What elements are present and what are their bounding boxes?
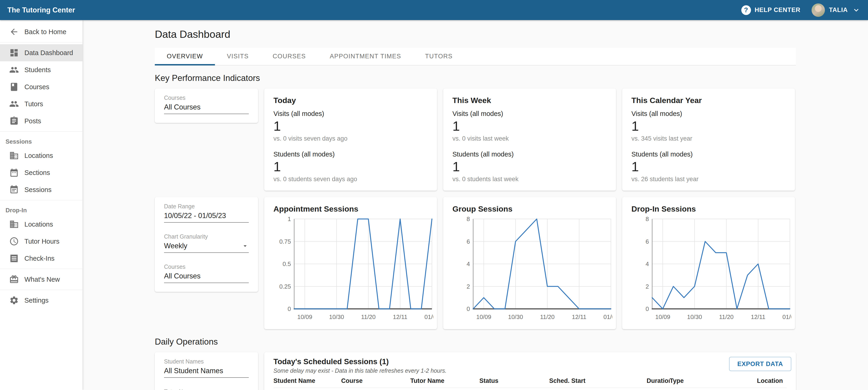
kpi-metric-students-all-modes: Students (all modes)1vs. 0 students last… (453, 151, 607, 183)
tab-courses[interactable]: COURSES (261, 48, 318, 65)
filter-label: Student Names (164, 358, 249, 365)
kpi-card-title: Today (273, 96, 428, 105)
group-sessions-chart: 0246810/0910/3011/2012/1101/01 (453, 216, 612, 322)
filter-student-names[interactable]: Student NamesAll Student Names (164, 358, 249, 378)
gear-icon (9, 296, 19, 305)
svg-text:1: 1 (288, 216, 291, 222)
svg-text:11/20: 11/20 (719, 313, 734, 320)
filter-courses[interactable]: CoursesAll Courses (164, 264, 249, 283)
sidebar-item-sessions[interactable]: Sessions (0, 181, 83, 198)
main-content: Data Dashboard OVERVIEWVISITSCOURSESAPPO… (83, 20, 868, 390)
kpi-metric-visits-all-modes: Visits (all modes)1vs. 0 visits seven da… (273, 110, 428, 142)
svg-text:10/09: 10/09 (655, 313, 670, 320)
calendar-note-icon (9, 185, 19, 194)
chevron-down-icon (852, 6, 861, 14)
group-sessions-card: Group Sessions0246810/0910/3011/2012/110… (443, 197, 616, 329)
sidebar-item-tutor-hours[interactable]: Tutor Hours (0, 233, 83, 250)
appointment-sessions-chart: 00.250.50.75110/0910/3011/2012/1101/01 (273, 216, 433, 322)
sidebar-item-label: Back to Home (24, 28, 66, 36)
metric-value: 1 (453, 119, 607, 133)
metric-value: 1 (631, 160, 786, 173)
arrow-drop-down-icon (241, 242, 249, 250)
tab-overview[interactable]: OVERVIEW (155, 48, 215, 65)
tab-bar: OVERVIEWVISITSCOURSESAPPOINTMENT TIMESTU… (155, 48, 796, 65)
charts-filter-card: Date Range10/05/22 - 01/05/23Chart Granu… (155, 197, 258, 292)
svg-text:0: 0 (288, 305, 291, 312)
column-header-type: Type (670, 376, 757, 388)
sidebar-item-sections[interactable]: Sections (0, 164, 83, 181)
svg-text:0.25: 0.25 (279, 283, 291, 290)
svg-text:11/20: 11/20 (361, 313, 375, 320)
svg-text:11/20: 11/20 (540, 313, 555, 320)
filter-value-text: All Courses (164, 272, 200, 280)
metric-label: Students (all modes) (273, 151, 428, 158)
clock-icon (9, 237, 19, 246)
cell-type: 1-on-1 (670, 388, 757, 390)
sidebar-item-locations[interactable]: Locations (0, 147, 83, 164)
filter-value-text: Weekly (164, 242, 187, 250)
sidebar-item-back-to-home[interactable]: Back to Home (0, 23, 83, 40)
column-header-student-name: Student Name (273, 376, 341, 388)
metric-value: 1 (453, 160, 607, 173)
calendar-icon (9, 168, 19, 178)
cell-tutor-name: Talia Koenigsberg (410, 388, 479, 390)
filter-chart-granularity[interactable]: Chart GranularityWeekly (164, 233, 249, 253)
filter-value-text: 10/05/22 - 01/05/23 (164, 212, 226, 220)
svg-text:10/09: 10/09 (476, 313, 491, 320)
sessions-table-title: Today's Scheduled Sessions (1) (273, 357, 787, 366)
tab-tutors[interactable]: TUTORS (413, 48, 465, 65)
page-title: Data Dashboard (155, 28, 796, 40)
daily-heading: Daily Operations (155, 337, 796, 347)
kpi-card-this-week: This WeekVisits (all modes)1vs. 0 visits… (443, 89, 616, 191)
svg-text:8: 8 (467, 216, 470, 222)
metric-label: Students (all modes) (631, 151, 786, 158)
sidebar: Back to HomeData DashboardStudentsCourse… (0, 20, 83, 390)
user-name: TALIA (829, 6, 848, 13)
sidebar-item-tutors[interactable]: Tutors (0, 95, 83, 113)
tab-visits[interactable]: VISITS (215, 48, 261, 65)
sidebar-item-posts[interactable]: Posts (0, 113, 83, 129)
sidebar-item-students[interactable]: Students (0, 61, 83, 78)
filter-tutor-names[interactable]: Tutor NamesAll Tutor Names (164, 388, 249, 390)
tab-label: APPOINTMENT TIMES (330, 53, 401, 60)
sidebar-item-settings[interactable]: Settings (0, 292, 83, 309)
help-center-label: HELP CENTER (755, 6, 801, 13)
svg-text:01/01: 01/01 (603, 313, 612, 320)
sidebar-item-data-dashboard[interactable]: Data Dashboard (0, 44, 83, 61)
kpi-filter-card: CoursesAll Courses (155, 89, 258, 123)
kpi-metric-students-all-modes: Students (all modes)1vs. 26 students las… (631, 151, 786, 183)
shell: Back to HomeData DashboardStudentsCourse… (0, 20, 868, 390)
kpi-card-this-calendar-year: This Calendar YearVisits (all modes)1vs.… (622, 89, 795, 191)
svg-text:6: 6 (646, 238, 649, 245)
sessions-table-header: Student NameCourseTutor NameStatusSched.… (273, 376, 787, 388)
help-center-button[interactable]: ? HELP CENTER (741, 5, 801, 15)
metric-label: Visits (all modes) (273, 110, 428, 118)
filter-value: Weekly (164, 242, 249, 253)
avatar (812, 3, 825, 17)
kpi-heading: Key Performance Indicators (155, 73, 796, 83)
metric-compare: vs. 26 students last year (631, 176, 786, 183)
column-header-sched-start: Sched. Start (549, 376, 647, 388)
metric-compare: vs. 345 visits last year (631, 135, 786, 142)
dashboard-icon (9, 48, 19, 58)
filter-courses[interactable]: CoursesAll Courses (164, 94, 249, 114)
sidebar-item-what-s-new[interactable]: What's New (0, 271, 83, 288)
export-data-button[interactable]: EXPORT DATA (729, 357, 791, 371)
filter-date-range[interactable]: Date Range10/05/22 - 01/05/23 (164, 203, 249, 223)
arrow-left-icon (9, 27, 19, 37)
tab-appointment-times[interactable]: APPOINTMENT TIMES (318, 48, 413, 65)
table-row[interactable]: Ben MorrisonMATH201Talia KoenigsbergSche… (273, 388, 787, 390)
filter-value: All Courses (164, 272, 249, 283)
sidebar-item-locations[interactable]: Locations (0, 216, 83, 233)
sidebar-divider (0, 269, 83, 269)
sidebar-item-check-ins[interactable]: Check-Ins (0, 250, 83, 267)
sidebar-section-drop-in: Drop-In (0, 202, 83, 216)
sidebar-item-courses[interactable]: Courses (0, 78, 83, 95)
sidebar-item-label: Students (24, 66, 51, 74)
svg-text:10/30: 10/30 (687, 313, 702, 320)
kpi-card-today: TodayVisits (all modes)1vs. 0 visits sev… (264, 89, 437, 191)
filter-value-text: All Courses (164, 103, 200, 111)
user-menu[interactable]: TALIA (812, 3, 861, 17)
sessions-table-note: Some delay may exist - Data in this tabl… (273, 367, 787, 374)
svg-text:0: 0 (467, 305, 470, 312)
